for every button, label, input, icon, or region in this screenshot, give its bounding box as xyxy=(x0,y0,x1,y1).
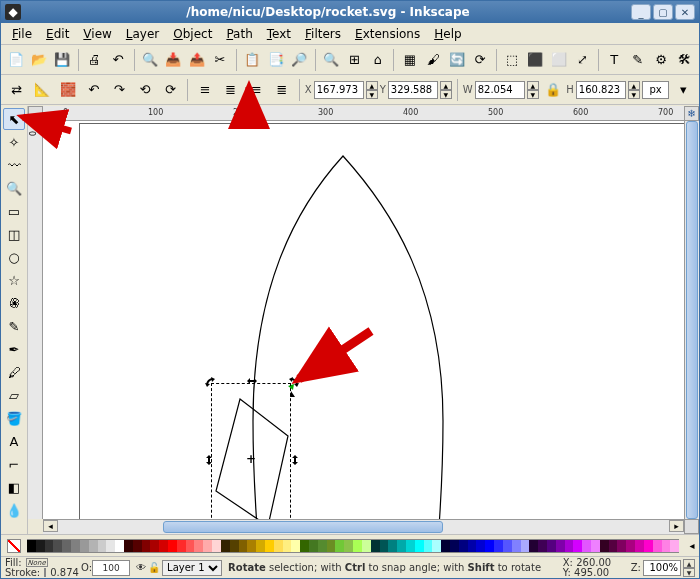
swatch[interactable] xyxy=(362,539,371,553)
bezier-tool[interactable]: ✒ xyxy=(3,338,25,360)
width-stepper[interactable]: ▲▼ xyxy=(527,81,539,99)
toolbar-btn-24[interactable]: ✎ xyxy=(627,48,648,72)
swatch[interactable] xyxy=(617,539,626,553)
snap-toggle[interactable]: ❄ xyxy=(684,106,699,121)
rot-handle-tr[interactable] xyxy=(289,377,297,385)
toolbar-btn-10[interactable]: 📑 xyxy=(265,48,286,72)
zoom-stepper[interactable]: ▲▼ xyxy=(683,559,695,577)
swatch[interactable] xyxy=(335,539,344,553)
eraser-tool[interactable]: ▱ xyxy=(3,384,25,406)
skew-handle-l[interactable] xyxy=(205,455,213,463)
dropper-tool[interactable]: 💧 xyxy=(3,499,25,521)
coord-x-input[interactable] xyxy=(314,81,364,99)
layer-lock-icon[interactable]: 🔓 xyxy=(148,562,160,573)
swatch[interactable] xyxy=(644,539,653,553)
swatch[interactable] xyxy=(432,539,441,553)
swatch[interactable] xyxy=(565,539,574,553)
swatch[interactable] xyxy=(494,539,503,553)
coord-y-input[interactable] xyxy=(388,81,438,99)
align-btn-1[interactable]: ≣ xyxy=(219,78,243,102)
menu-layer[interactable]: Layer xyxy=(119,25,166,43)
pencil-tool[interactable]: ✎ xyxy=(3,315,25,337)
align-btn-2[interactable]: ≡ xyxy=(245,78,269,102)
menu-path[interactable]: Path xyxy=(219,25,259,43)
swatch[interactable] xyxy=(521,539,530,553)
height-input[interactable] xyxy=(576,81,626,99)
swatch[interactable] xyxy=(600,539,609,553)
toolbar-btn-17[interactable]: 🔄 xyxy=(446,48,467,72)
toolbar-btn-6[interactable]: 📥 xyxy=(163,48,184,72)
fill-stroke-indicator[interactable]: Fill: None Stroke: 0.874 xyxy=(1,558,81,578)
ellipse-tool[interactable]: ○ xyxy=(3,246,25,268)
swatch[interactable] xyxy=(62,539,71,553)
swatch[interactable] xyxy=(556,539,565,553)
swatch[interactable] xyxy=(450,539,459,553)
swatch[interactable] xyxy=(115,539,124,553)
swatch[interactable] xyxy=(142,539,151,553)
ctrl-btn-5[interactable]: ⟲ xyxy=(133,78,157,102)
toolbar-btn-11[interactable]: 🔎 xyxy=(288,48,309,72)
swatch[interactable] xyxy=(194,539,203,553)
toolbar-btn-25[interactable]: ⚙ xyxy=(650,48,671,72)
swatch[interactable] xyxy=(168,539,177,553)
scroll-right-button[interactable]: ▸ xyxy=(669,520,684,532)
toolbar-btn-4[interactable]: ↶ xyxy=(107,48,128,72)
toolbar-btn-22[interactable]: ⤢ xyxy=(571,48,592,72)
layer-visibility-icon[interactable]: 👁 xyxy=(136,562,146,573)
menu-help[interactable]: Help xyxy=(427,25,468,43)
toolbar-btn-2[interactable]: 💾 xyxy=(52,48,73,72)
swatch[interactable] xyxy=(27,539,36,553)
swatch[interactable] xyxy=(547,539,556,553)
swatch[interactable] xyxy=(380,539,389,553)
gradient-tool[interactable]: ◧ xyxy=(3,476,25,498)
node-tool[interactable]: ✧ xyxy=(3,131,25,153)
spiral-tool[interactable]: ֍ xyxy=(3,292,25,314)
tweak-tool[interactable]: 〰 xyxy=(3,154,25,176)
menu-object[interactable]: Object xyxy=(166,25,219,43)
swatch[interactable] xyxy=(203,539,212,553)
toolbar-btn-21[interactable]: ⬜ xyxy=(548,48,569,72)
menu-extensions[interactable]: Extensions xyxy=(348,25,427,43)
swatch[interactable] xyxy=(212,539,221,553)
coord-x-stepper[interactable]: ▲▼ xyxy=(366,81,378,99)
swatch[interactable] xyxy=(344,539,353,553)
swatch[interactable] xyxy=(177,539,186,553)
swatch[interactable] xyxy=(538,539,547,553)
rotation-center[interactable]: + xyxy=(246,452,256,466)
scroll-left-button[interactable]: ◂ xyxy=(43,520,58,532)
swatch[interactable] xyxy=(573,539,582,553)
swatch[interactable] xyxy=(265,539,274,553)
ctrl-btn-6[interactable]: ⟳ xyxy=(159,78,183,102)
swatch[interactable] xyxy=(300,539,309,553)
swatch[interactable] xyxy=(512,539,521,553)
height-stepper[interactable]: ▲▼ xyxy=(628,81,640,99)
swatch[interactable] xyxy=(274,539,283,553)
skew-handle-t[interactable] xyxy=(247,377,255,385)
toolbar-btn-16[interactable]: 🖌 xyxy=(423,48,444,72)
star-tool[interactable]: ☆ xyxy=(3,269,25,291)
swatch[interactable] xyxy=(503,539,512,553)
layer-selector[interactable]: Layer 1 xyxy=(162,560,222,576)
ruler-horizontal[interactable]: 0100200300400500600700 xyxy=(43,106,684,121)
toolbar-btn-26[interactable]: 🛠 xyxy=(674,48,695,72)
toolbar-btn-14[interactable]: ⌂ xyxy=(367,48,388,72)
swatch[interactable] xyxy=(45,539,54,553)
menu-file[interactable]: File xyxy=(5,25,39,43)
swatch[interactable] xyxy=(529,539,538,553)
ctrl-btn-1[interactable]: 📐 xyxy=(31,78,55,102)
swatch[interactable] xyxy=(441,539,450,553)
swatch[interactable] xyxy=(150,539,159,553)
swatch[interactable] xyxy=(256,539,265,553)
toolbar-btn-13[interactable]: ⊞ xyxy=(344,48,365,72)
swatch[interactable] xyxy=(283,539,292,553)
toolbar-btn-1[interactable]: 📂 xyxy=(28,48,49,72)
swatch[interactable] xyxy=(406,539,415,553)
swatch[interactable] xyxy=(459,539,468,553)
menu-filters[interactable]: Filters xyxy=(298,25,348,43)
close-button[interactable]: ✕ xyxy=(675,4,695,20)
fill-tool[interactable]: 🪣 xyxy=(3,407,25,429)
swatch[interactable] xyxy=(221,539,230,553)
swatch[interactable] xyxy=(353,539,362,553)
swatch[interactable] xyxy=(230,539,239,553)
toolbar-btn-19[interactable]: ⬚ xyxy=(501,48,522,72)
